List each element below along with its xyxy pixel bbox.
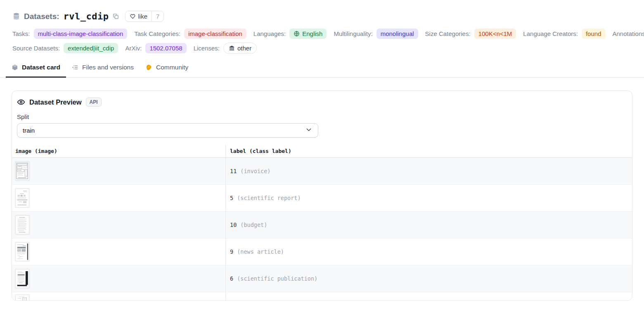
image-cell: [12, 212, 226, 238]
table-row: 11 (invoice): [12, 158, 632, 185]
tag-group: Licenses: other: [194, 43, 257, 54]
tag-label: Languages:: [253, 30, 286, 37]
tag-label: Size Categories:: [425, 30, 471, 37]
tag-group: Task Categories: image-classification: [134, 29, 246, 39]
table-row: 6 (scientific publication): [12, 265, 632, 292]
table-row: 10 (budget): [12, 212, 632, 238]
table-body: 11 (invoice) 5 (scientific report) 10 (b…: [12, 158, 632, 301]
split-select[interactable]: train: [17, 123, 318, 138]
tab-label: Files and versions: [82, 64, 134, 71]
tag-group: Source Datasets: extended|iit_cdip: [12, 43, 118, 53]
tag-pill[interactable]: extended|iit_cdip: [64, 43, 118, 53]
image-cell: [12, 292, 226, 301]
tag-label: Multilinguality:: [334, 30, 372, 37]
tag-row-2: Source Datasets: extended|iit_cdip ArXiv…: [12, 43, 632, 54]
tag-pill-text: extended|iit_cdip: [68, 44, 114, 52]
label-id: 5: [230, 195, 233, 201]
tag-pill[interactable]: found: [582, 29, 606, 39]
tag-rows: Tasks: multi-class-image-classification …: [12, 28, 632, 54]
breadcrumb-datasets-label[interactable]: Datasets:: [24, 12, 59, 21]
label-cell: 5 (scientific report): [226, 185, 632, 211]
label-cell: 11 (invoice): [226, 158, 632, 184]
tag-label: Licenses:: [194, 45, 220, 52]
eye-icon: [17, 98, 25, 106]
preview-title: Dataset Preview: [29, 98, 82, 106]
label-name: (invoice): [240, 168, 270, 174]
table-row: 9 (news article): [12, 238, 632, 265]
image-cell: [12, 265, 226, 292]
page-header: Datasets: rvl_cdip like 7 Tasks: multi-c…: [0, 0, 644, 54]
label-name: (budget): [240, 222, 267, 228]
table-row: 5 (scientific report): [12, 185, 632, 212]
budget-document-thumbnail[interactable]: [15, 215, 29, 234]
tag-pill-text: other: [237, 44, 251, 52]
title-row: Datasets: rvl_cdip like 7: [12, 11, 632, 22]
api-badge[interactable]: API: [86, 98, 102, 107]
label-cell: 6 (scientific publication): [226, 265, 632, 292]
label-id: 10: [230, 222, 237, 228]
heart-icon: [130, 13, 136, 19]
label-cell: [226, 292, 632, 301]
like-button[interactable]: like: [125, 11, 152, 21]
tag-pill-text: multi-class-image-classification: [38, 29, 123, 38]
tag-label: Task Categories:: [134, 30, 180, 37]
dataset-preview-card: Dataset Preview API Split train image (i…: [12, 91, 632, 301]
image-cell: [12, 158, 226, 184]
scientific-report-document-thumbnail[interactable]: [15, 188, 29, 207]
versions-icon: [72, 64, 78, 71]
split-label: Split: [17, 113, 627, 120]
tag-label: Tasks:: [12, 30, 30, 37]
tag-group: Annotations Creators: found: [613, 29, 644, 39]
copy-icon[interactable]: [112, 13, 119, 20]
tab-files-and-versions[interactable]: Files and versions: [66, 64, 140, 78]
tag-pill[interactable]: other: [223, 43, 257, 54]
scientific-publication-document-thumbnail[interactable]: [15, 269, 29, 288]
tag-pill-text: monolingual: [381, 29, 414, 38]
tab-community[interactable]: Community: [140, 64, 194, 78]
label-name: (scientific publication): [237, 275, 317, 282]
tag-group: Multilinguality: monolingual: [334, 29, 418, 39]
column-header-label: label (class label): [226, 145, 632, 157]
tag-pill[interactable]: multi-class-image-classification: [34, 29, 128, 39]
invoice-document-thumbnail[interactable]: [15, 162, 29, 181]
dataset-name: rvl_cdip: [64, 11, 109, 21]
tag-label: ArXiv:: [125, 45, 142, 52]
like-button-group: like 7: [125, 11, 164, 22]
news-article-document-thumbnail[interactable]: [15, 242, 29, 261]
label-name: (news article): [237, 248, 284, 255]
tag-group: Languages: English: [253, 29, 327, 39]
tag-group: Language Creators: found: [523, 29, 605, 39]
tab-bar: Dataset card Files and versions Communit…: [0, 64, 644, 78]
community-icon: [145, 64, 152, 71]
table-header-row: image (image) label (class label): [12, 145, 632, 158]
chevron-down-icon: [305, 126, 313, 135]
tag-pill[interactable]: monolingual: [376, 29, 418, 39]
tag-pill[interactable]: image-classification: [184, 29, 246, 39]
tag-pill[interactable]: 1502.07058: [145, 43, 186, 53]
label-id: 6: [230, 275, 233, 282]
tag-label: Annotations Creators:: [613, 30, 644, 37]
like-label: like: [138, 13, 148, 20]
table-row: [12, 292, 632, 301]
preview-header: Dataset Preview API: [17, 98, 627, 107]
cube-icon: [12, 64, 18, 71]
tab-label: Dataset card: [22, 64, 60, 71]
label-cell: 10 (budget): [226, 212, 632, 238]
image-cell: [12, 238, 226, 265]
tag-pill[interactable]: English: [289, 29, 327, 39]
preview-table: image (image) label (class label) 11 (in…: [12, 145, 632, 301]
tag-pill[interactable]: 100K<n<1M: [474, 29, 516, 39]
tag-group: Size Categories: 100K<n<1M: [425, 29, 516, 39]
tag-pill-text: image-classification: [188, 29, 242, 38]
tab-label: Community: [156, 64, 188, 71]
label-id: 11: [230, 168, 237, 174]
tag-row-1: Tasks: multi-class-image-classification …: [12, 28, 632, 39]
bank-icon: [229, 45, 235, 51]
tag-label: Language Creators:: [523, 30, 578, 37]
label-name: (scientific report): [237, 195, 301, 201]
tab-dataset-card[interactable]: Dataset card: [6, 64, 66, 78]
partial-document-thumbnail[interactable]: [15, 295, 29, 301]
tag-pill-text: English: [302, 29, 322, 38]
like-count[interactable]: 7: [152, 11, 163, 21]
tag-group: ArXiv: 1502.07058: [125, 43, 186, 53]
